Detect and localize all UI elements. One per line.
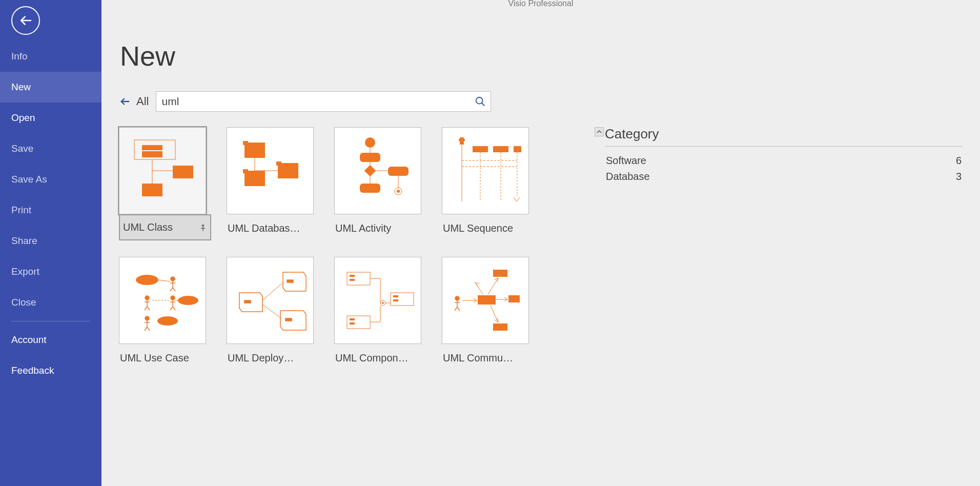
svg-rect-71 [244, 300, 251, 303]
template-uml-database[interactable]: UML Databas… [227, 127, 319, 240]
svg-point-60 [178, 296, 198, 305]
svg-point-62 [157, 316, 178, 326]
svg-line-100 [457, 307, 460, 311]
svg-line-47 [173, 288, 175, 291]
sidebar-item-account[interactable]: Account [0, 325, 101, 355]
template-uml-component[interactable]: UML Compon… [334, 257, 426, 364]
sidebar-item-save[interactable]: Save [0, 133, 101, 164]
backstage-sidebar: InfoNewOpenSaveSave AsPrintShareExportCl… [0, 0, 101, 486]
sidebar-item-info[interactable]: Info [0, 41, 101, 72]
template-uml-sequence[interactable]: UML Sequence [442, 127, 534, 240]
template-label-row: UML Sequence [442, 222, 534, 234]
template-label-row: UML Class [119, 214, 211, 240]
svg-marker-68 [283, 272, 306, 291]
svg-rect-84 [391, 293, 414, 306]
search-back-button[interactable] [119, 95, 131, 108]
sidebar-item-label: New [11, 82, 31, 93]
search-button[interactable] [474, 95, 486, 108]
svg-marker-72 [280, 311, 306, 330]
sidebar-item-new[interactable]: New [0, 72, 101, 103]
svg-rect-87 [347, 316, 370, 329]
back-button[interactable] [11, 6, 40, 35]
svg-rect-88 [350, 318, 355, 320]
svg-rect-92 [493, 270, 507, 277]
svg-rect-73 [285, 318, 292, 321]
template-thumbnail [119, 257, 206, 344]
sidebar-item-label: Account [11, 334, 47, 346]
main-area: Visio Professional New All UML Class [101, 0, 980, 486]
template-label: UML Compon… [335, 352, 409, 364]
template-label: UML Use Case [120, 352, 189, 364]
template-uml-deploy[interactable]: UML Deploy… [227, 257, 319, 364]
sidebar-divider [11, 321, 90, 321]
svg-rect-9 [142, 184, 162, 196]
svg-line-59 [173, 307, 175, 310]
svg-rect-76 [347, 272, 370, 285]
app-title: Visio Professional [508, 0, 574, 8]
sidebar-item-label: Save [11, 143, 33, 154]
category-name: Software [606, 155, 646, 167]
template-uml-commu[interactable]: UML Commu… [442, 257, 534, 364]
template-label: UML Commu… [443, 352, 513, 364]
svg-point-82 [382, 302, 384, 304]
template-label: UML Sequence [443, 222, 513, 234]
search-row: All [119, 91, 963, 112]
svg-point-55 [171, 296, 175, 300]
template-thumbnail [334, 257, 421, 344]
template-thumbnail [334, 127, 421, 214]
search-input[interactable] [161, 95, 474, 108]
svg-line-99 [455, 307, 457, 311]
sidebar-item-label: Print [11, 205, 31, 216]
svg-rect-86 [393, 299, 398, 301]
sidebar-item-label: Info [11, 51, 28, 62]
svg-rect-36 [493, 146, 508, 152]
scroll-up-button[interactable] [595, 127, 604, 136]
svg-rect-32 [459, 139, 465, 141]
template-label: UML Class [123, 221, 173, 233]
category-count: 3 [956, 171, 962, 183]
sidebar-item-label: Open [11, 112, 35, 124]
sidebar-item-share[interactable]: Share [0, 226, 101, 256]
svg-rect-5 [142, 145, 162, 150]
sidebar-item-export[interactable]: Export [0, 256, 101, 287]
category-item-database[interactable]: Database3 [605, 169, 963, 185]
svg-rect-77 [350, 275, 355, 277]
svg-rect-16 [243, 169, 248, 173]
svg-line-48 [158, 280, 170, 281]
svg-rect-23 [364, 165, 376, 177]
sidebar-item-feedback[interactable]: Feedback [0, 355, 101, 386]
template-uml-usecase[interactable]: UML Use Case [119, 257, 211, 364]
sidebar-item-label: Share [11, 235, 37, 247]
template-label-row: UML Compon… [334, 352, 426, 364]
category-count: 6 [956, 155, 962, 167]
svg-point-49 [145, 296, 149, 300]
svg-rect-69 [287, 280, 293, 282]
category-title: Category [605, 126, 963, 147]
svg-line-46 [170, 288, 173, 291]
svg-line-58 [170, 307, 173, 310]
sidebar-item-close[interactable]: Close [0, 287, 101, 318]
template-label: UML Deploy… [228, 352, 294, 364]
svg-point-43 [171, 277, 175, 281]
sidebar-item-save-as[interactable]: Save As [0, 164, 101, 195]
chevron-up-icon [597, 129, 602, 134]
sidebar-item-label: Feedback [11, 365, 54, 376]
sidebar-item-print[interactable]: Print [0, 195, 101, 226]
category-name: Database [606, 171, 650, 183]
search-box [156, 91, 491, 112]
svg-point-42 [136, 275, 158, 285]
sidebar-item-label: Export [11, 266, 39, 277]
svg-rect-21 [360, 153, 380, 162]
template-uml-class[interactable]: UML Class [119, 127, 211, 240]
template-label-row: UML Deploy… [227, 352, 319, 364]
sidebar-item-open[interactable]: Open [0, 103, 101, 133]
pin-icon[interactable] [199, 224, 207, 232]
search-icon [475, 96, 486, 107]
search-scope-label: All [136, 95, 149, 108]
template-uml-activity[interactable]: UML Activity [334, 127, 426, 240]
category-item-software[interactable]: Software6 [605, 153, 963, 169]
svg-rect-34 [473, 146, 488, 152]
svg-rect-38 [514, 146, 521, 152]
svg-rect-27 [360, 184, 380, 193]
template-label: UML Databas… [228, 222, 300, 234]
